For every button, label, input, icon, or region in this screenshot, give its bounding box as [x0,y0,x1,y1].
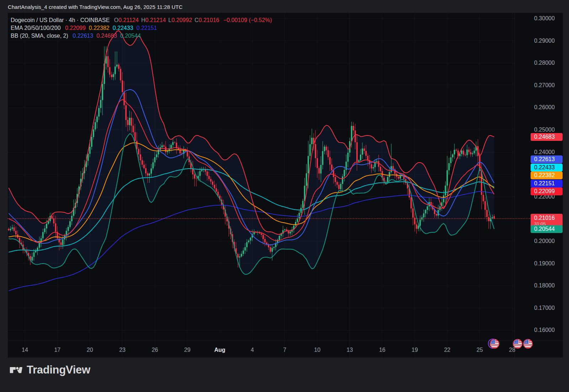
flag-canton [490,340,495,344]
price-axis-label: 0.29000 [534,38,563,44]
price-axis-label: 0.25000 [534,127,563,133]
time-axis-label: 23 [119,347,126,353]
ohlc-letter: H [141,17,145,23]
bb-values: 0.226130.246830.20544 [73,33,144,39]
price-badge-value: 0.22099 [534,188,555,194]
time-axis-label: 4 [251,347,254,353]
ohlc-value: 0.21016 [199,17,219,23]
price-badge-value: 0.22613 [534,156,555,162]
ohlc-letter: C [195,17,199,23]
price-axis-label: 0.30000 [534,15,563,22]
price-axis-label: 0.26000 [534,104,563,111]
indicator-price-badge: 0.20544 [531,225,563,233]
price-axis-label: 0.16000 [534,327,563,333]
time-axis-label: 26 [151,347,158,353]
time-axis-label: Aug [214,347,225,353]
indicator-price-badge: 0.22613 [531,155,563,163]
price-badge-value: 0.24683 [534,134,555,140]
legend-ema-row[interactable]: EMA 20/50/100/200 0.220990.223820.224330… [11,24,275,32]
price-badge-value: 0.22433 [534,164,555,170]
tradingview-chart-page: ChartAnalysis_4 created with TradingView… [0,0,569,392]
time-axis-label: 22 [444,347,451,353]
time-axis-label: 7 [283,347,286,353]
indicator-value: 0.24683 [96,33,117,39]
indicator-value: 0.20544 [120,33,141,39]
ema-values: 0.220990.223820.224330.22151 [65,25,160,31]
us-flag-event-icon[interactable] [490,339,499,349]
indicator-price-badge: 0.24683 [531,133,563,141]
legend-bb-row[interactable]: BB (20, SMA, close, 2) 0.226130.246830.2… [11,32,275,40]
time-axis-label: 13 [347,347,353,353]
time-axis-label: 16 [379,347,385,353]
price-badge-value: 0.22151 [534,180,555,186]
time-axis-label: 10 [314,347,320,353]
ohlc-value: 0.20992 [171,17,192,23]
time-axis-label: 25 [477,347,483,353]
price-badge-value: 0.21016 [534,215,555,221]
indicator-value: 0.22099 [65,25,86,31]
tradingview-logo-icon [9,363,23,377]
ohlc-values: O0.21124H0.21214L0.20992C0.21016 [114,17,222,23]
price-axis-label: 0.24000 [534,149,563,155]
indicator-price-badge: 0.22382 [531,171,563,179]
indicator-value: 0.22433 [113,25,133,31]
us-flag-event-icon[interactable] [523,339,533,349]
ema-label: EMA 20/50/100/200 [11,25,61,31]
ohlc-value: 0.21214 [145,17,166,23]
price-axis-label: 0.28000 [534,60,563,66]
tradingview-logo[interactable]: TradingView [9,363,90,377]
price-axis-label: 0.19000 [534,260,563,267]
time-axis-label: 14 [22,347,28,353]
time-axis-label: 29 [184,347,191,353]
legend-symbol-row[interactable]: Dogecoin / US Dollar · 4h · COINBASE O0.… [11,16,275,24]
time-axis-label: 28 [509,347,515,353]
price-axis-label: 0.17000 [534,305,563,311]
bb-fill [9,31,494,274]
price-badge-value: 0.20544 [534,226,555,232]
price-axis-label: 0.20000 [534,238,563,244]
indicator-price-badge: 0.22099 [531,187,563,195]
price-badge-value: 0.22382 [534,172,555,178]
flag-canton [514,340,518,344]
change-value: −0.00109 (−0.52%) [223,17,272,23]
price-axis-label: 0.18000 [534,282,563,289]
chart-legend: Dogecoin / US Dollar · 4h · COINBASE O0.… [11,16,275,40]
indicator-price-badge: 0.22433 [531,164,563,171]
symbol-title: Dogecoin / US Dollar · 4h · COINBASE [11,17,110,23]
time-axis-label: 20 [87,347,93,353]
flag-canton [524,340,528,344]
bb-label: BB (20, SMA, close, 2) [11,33,68,39]
indicator-value: 0.22613 [73,33,93,39]
ohlc-letter: L [168,17,171,23]
time-axis-label: 19 [411,347,418,353]
price-axis-label: 0.27000 [534,82,563,89]
us-flag-event-icon[interactable] [513,339,522,349]
tradingview-wordmark: TradingView [27,364,90,376]
ohlc-value: 0.21124 [118,17,139,23]
time-axis-label: 17 [54,347,60,353]
indicator-value: 0.22382 [89,25,110,31]
indicator-price-badge: 0.22151 [531,180,563,187]
chart-canvas[interactable] [0,0,569,392]
indicator-value: 0.22151 [137,25,157,31]
ohlc-letter: O [114,17,118,23]
